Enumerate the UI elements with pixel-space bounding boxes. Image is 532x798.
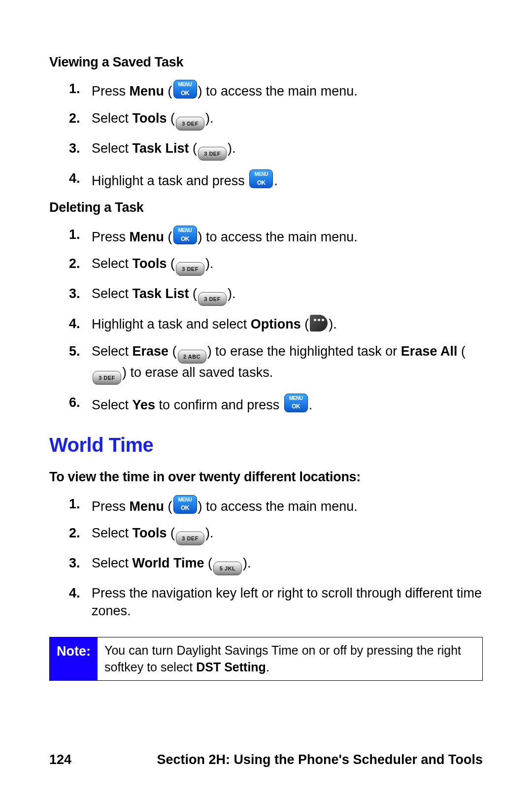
step-text: ). bbox=[243, 556, 251, 570]
step-text: ( bbox=[189, 141, 198, 156]
step-text: ( bbox=[167, 526, 175, 540]
step-text: Select bbox=[92, 398, 133, 412]
step-text: ( bbox=[167, 256, 175, 271]
menu-ok-icon: MENUOK bbox=[173, 226, 197, 244]
step-text: ( bbox=[164, 230, 172, 244]
list-item: Highlight a task and select Options (). bbox=[92, 315, 483, 333]
list-item: Press the navigation key left or right t… bbox=[92, 584, 483, 620]
list-item: Press Menu (MENUOK) to access the main m… bbox=[92, 495, 483, 515]
step-text: ) to access the main menu. bbox=[198, 499, 358, 514]
key-2-icon: 2 ABC bbox=[178, 350, 206, 364]
key-3-icon: 3 DEF bbox=[93, 371, 121, 385]
icon-label: OK bbox=[174, 504, 197, 512]
step-text: ). bbox=[205, 111, 214, 126]
menu-ok-icon: MENUOK bbox=[173, 495, 197, 514]
icon-label: OK bbox=[250, 179, 272, 187]
step-text: ). bbox=[228, 286, 236, 301]
key-3-icon: 3 DEF bbox=[198, 292, 227, 306]
subheading-deleting: Deleting a Task bbox=[49, 199, 483, 216]
menu-ok-icon: MENUOK bbox=[284, 394, 308, 412]
step-bold: Task List bbox=[133, 286, 189, 301]
icon-label: MENU bbox=[285, 395, 307, 402]
step-text: ). bbox=[205, 256, 214, 271]
key-3-icon: 3 DEF bbox=[176, 262, 204, 276]
list-item: Press Menu (MENUOK) to access the main m… bbox=[92, 226, 483, 246]
step-bold: Menu bbox=[130, 499, 165, 514]
step-text: Select bbox=[92, 111, 133, 126]
step-bold: Erase All bbox=[401, 344, 458, 359]
step-text: ). bbox=[228, 141, 236, 156]
step-text: ( bbox=[164, 84, 172, 99]
steps-deleting: Press Menu (MENUOK) to access the main m… bbox=[49, 226, 483, 414]
step-text: Select bbox=[92, 286, 133, 301]
list-item: Highlight a task and press MENUOK. bbox=[92, 169, 483, 190]
note-text-part: You can turn Daylight Savings Time on or… bbox=[104, 643, 461, 674]
list-item: Select Task List (3 DEF). bbox=[92, 139, 483, 161]
step-text: Highlight a task and select bbox=[92, 317, 251, 332]
step-text: ( bbox=[189, 286, 198, 301]
step-bold: Options bbox=[251, 317, 301, 332]
step-bold: Menu bbox=[130, 84, 165, 99]
list-item: Select World Time (5 JKL). bbox=[92, 554, 483, 575]
list-item: Select Task List (3 DEF). bbox=[92, 285, 483, 306]
step-text: to confirm and press bbox=[155, 398, 283, 412]
icon-label: OK bbox=[174, 89, 197, 97]
page-number: 124 bbox=[49, 751, 71, 768]
section-title-world-time: World Time bbox=[49, 432, 483, 458]
step-text: ) to access the main menu. bbox=[198, 230, 358, 244]
list-item: Select Tools (3 DEF). bbox=[92, 255, 483, 276]
step-text: Select bbox=[92, 526, 133, 540]
step-bold: Task List bbox=[133, 141, 189, 156]
step-text: Highlight a task and press bbox=[92, 173, 248, 188]
icon-label: MENU bbox=[250, 171, 272, 178]
note-text: You can turn Daylight Savings Time on or… bbox=[98, 637, 482, 681]
manual-page: Viewing a Saved Task Press Menu (MENUOK)… bbox=[0, 0, 532, 798]
note-text-bold: DST Setting bbox=[196, 660, 266, 674]
footer-section-title: Section 2H: Using the Phone's Scheduler … bbox=[157, 751, 483, 768]
step-text: Press bbox=[92, 230, 130, 244]
subheading-world-intro: To view the time in over twenty differen… bbox=[49, 468, 483, 486]
key-3-icon: 3 DEF bbox=[176, 532, 204, 545]
key-3-icon: 3 DEF bbox=[198, 147, 227, 161]
list-item: Select Tools (3 DEF). bbox=[92, 109, 483, 131]
step-text: ) to erase the highlighted task or bbox=[207, 344, 401, 359]
step-text: Press the navigation key left or right t… bbox=[92, 586, 482, 618]
key-3-icon: 3 DEF bbox=[176, 117, 204, 131]
note-label: Note: bbox=[50, 637, 98, 681]
page-footer: 124 Section 2H: Using the Phone's Schedu… bbox=[49, 751, 483, 768]
icon-label: MENU bbox=[174, 497, 197, 503]
options-softkey-icon bbox=[310, 315, 328, 332]
step-text: . bbox=[309, 398, 313, 412]
icon-label: MENU bbox=[174, 227, 197, 234]
list-item: Select Yes to confirm and press MENUOK. bbox=[92, 394, 483, 414]
step-text: ( bbox=[168, 344, 177, 359]
list-item: Press Menu (MENUOK) to access the main m… bbox=[92, 80, 483, 100]
step-text: ( bbox=[167, 111, 175, 126]
step-text: Select bbox=[92, 256, 133, 271]
step-text: ( bbox=[164, 499, 172, 514]
step-bold: Menu bbox=[130, 230, 165, 244]
step-text: ( bbox=[457, 344, 466, 359]
step-text: Select bbox=[92, 141, 133, 156]
note-text-part: . bbox=[266, 660, 269, 674]
icon-label: OK bbox=[174, 235, 197, 243]
steps-viewing: Press Menu (MENUOK) to access the main m… bbox=[49, 80, 483, 190]
subheading-viewing: Viewing a Saved Task bbox=[49, 53, 483, 71]
step-bold: Erase bbox=[133, 344, 169, 359]
list-item: Select Tools (3 DEF). bbox=[92, 524, 483, 545]
step-bold: Tools bbox=[133, 256, 167, 271]
step-bold: Tools bbox=[133, 526, 167, 540]
icon-label: OK bbox=[285, 402, 307, 410]
step-text: Press bbox=[92, 499, 130, 514]
menu-ok-icon: MENUOK bbox=[249, 169, 273, 188]
step-text: Select bbox=[92, 344, 133, 359]
icon-label: MENU bbox=[174, 81, 197, 88]
step-text: ). bbox=[205, 526, 214, 540]
step-bold: Tools bbox=[133, 111, 167, 126]
step-text: ) to erase all saved tasks. bbox=[122, 365, 273, 380]
step-text: ( bbox=[204, 556, 213, 570]
steps-world-time: Press Menu (MENUOK) to access the main m… bbox=[49, 495, 483, 620]
step-text: ( bbox=[301, 317, 309, 332]
key-5-icon: 5 JKL bbox=[213, 562, 242, 575]
step-text: . bbox=[274, 173, 278, 188]
